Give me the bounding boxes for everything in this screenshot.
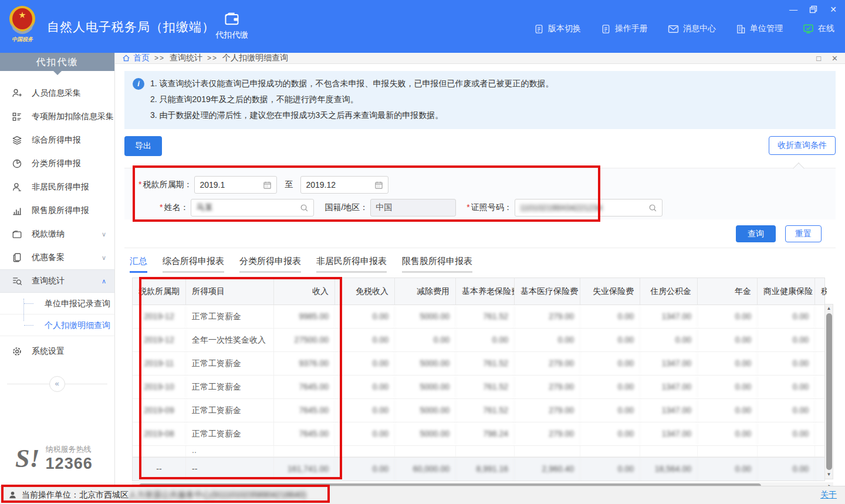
sidebar-item-personnel-info[interactable]: 人员信息采集 xyxy=(0,82,114,105)
sidebar-collapse-button[interactable]: « xyxy=(49,376,65,392)
sidebar-subitem-unit-declaration-query[interactable]: 单位申报记录查询 xyxy=(0,293,114,314)
sidebar-item-special-deduction[interactable]: 专项附加扣除信息采集 xyxy=(0,105,114,128)
sidebar-item-label: 限售股所得申报 xyxy=(32,205,106,216)
sidebar-item-preferential-filing[interactable]: 优惠备案 ∨ xyxy=(0,246,114,269)
user-icon xyxy=(8,491,18,500)
table-row[interactable]: 2019-11正常工资薪金9376.000.005000.00761.52279… xyxy=(133,352,824,376)
tab-daikou-daijiao[interactable]: 代扣代缴 xyxy=(208,11,255,40)
vertical-scrollbar[interactable]: ▲ ▼ xyxy=(825,304,833,479)
name-input[interactable]: 马某 xyxy=(191,199,314,217)
menu-manual[interactable]: 操作手册 xyxy=(601,23,648,34)
tab-daikou-daijiao-label: 代扣代缴 xyxy=(208,30,255,40)
calendar-icon[interactable] xyxy=(263,181,272,190)
tab-summary[interactable]: 汇总 xyxy=(130,256,147,273)
window-restore-button[interactable] xyxy=(807,4,819,15)
sidebar-item-label: 专项附加扣除信息采集 xyxy=(32,111,114,122)
table-row[interactable]: 2019-12全年一次性奖金收入27500.000.000.000.000.00… xyxy=(133,329,824,352)
nationality-label: 国籍/地区： xyxy=(325,202,368,213)
period-to-input[interactable]: 2019.12 xyxy=(300,176,388,194)
table-row[interactable]: ----161,741.000.0060,000.008,991.162,960… xyxy=(133,457,824,481)
chevron-up-icon: ∧ xyxy=(102,278,106,285)
menu-online-status[interactable]: 在线 xyxy=(803,23,834,34)
window-minimize-button[interactable]: — xyxy=(787,4,799,15)
panel-close-button[interactable]: ✕ xyxy=(832,54,838,63)
name-label: 姓名： xyxy=(164,202,188,212)
table-header-row: 税款所属期所得项目收入免税收入减除费用基本养老保险费基本医疗保险费失业保险费住房… xyxy=(133,278,824,305)
panel-maximize-button[interactable]: □ xyxy=(816,54,821,63)
sidebar-subitem-personal-withholding-query[interactable]: 个人扣缴明细查询 xyxy=(0,314,114,336)
window-close-button[interactable]: ✕ xyxy=(827,4,839,15)
divider xyxy=(124,248,836,248)
table-cell: 761.52 xyxy=(456,352,515,375)
collapse-query-button[interactable]: 收折查询条件 xyxy=(769,136,836,155)
header-cell: 税款所属期 xyxy=(133,278,186,305)
about-link[interactable]: 关于 xyxy=(820,490,837,500)
table-row[interactable]: 2019-10正常工资薪金7645.000.005000.00761.52279… xyxy=(133,376,824,399)
table-cell: 761.52 xyxy=(456,376,515,398)
sidebar-item-classified-income[interactable]: 分类所得申报 xyxy=(0,152,114,175)
table-cell: 0.00 xyxy=(580,305,640,328)
data-table: 税款所属期所得项目收入免税收入减除费用基本养老保险费基本医疗保险费失业保险费住房… xyxy=(132,278,825,481)
table-cell: 2019-10 xyxy=(133,376,186,398)
sidebar-item-label: 优惠备案 xyxy=(32,252,102,263)
menu-version-switch[interactable]: 版本切换 xyxy=(534,23,581,34)
table-cell: 5000.00 xyxy=(395,422,456,445)
calendar-icon[interactable] xyxy=(374,181,384,190)
search-icon[interactable] xyxy=(648,204,658,213)
tax-bureau-logo: 中国税务 xyxy=(6,5,39,47)
table-cell: 7645.00 xyxy=(274,422,335,445)
sidebar-item-query-statistics[interactable]: 查询统计 ∧ xyxy=(0,269,114,293)
vertical-scrollbar-thumb[interactable] xyxy=(826,313,832,470)
table-cell: 0.00 xyxy=(335,399,395,422)
header-cell: 商业健康保险 xyxy=(758,278,815,305)
sidebar-item-nonresident-income[interactable]: 非居民所得申报 xyxy=(0,175,114,199)
table-cell: 0.00 xyxy=(335,422,395,445)
menu-unit-management[interactable]: 单位管理 xyxy=(736,23,783,34)
tab-comprehensive-income[interactable]: 综合所得申报表 xyxy=(163,256,224,273)
id-number-input[interactable]: 110102199X04221234 xyxy=(515,199,663,217)
document-icon xyxy=(534,24,544,34)
period-from-value: 2019.1 xyxy=(200,180,225,190)
sidebar-item-label: 税款缴纳 xyxy=(32,229,102,239)
period-from-input[interactable]: 2019.1 xyxy=(194,176,277,194)
menu-message-center[interactable]: 消息中心 xyxy=(668,23,716,34)
table-row[interactable]: 2019-12正常工资薪金9985.000.005000.00761.52279… xyxy=(133,305,824,329)
breadcrumb-separator: >> xyxy=(154,54,165,62)
table-cell: 7645.00 xyxy=(274,399,335,422)
sidebar-item-restricted-stock[interactable]: 限售股所得申报 xyxy=(0,199,114,222)
table-row[interactable]: 2019-08正常工资薪金7645.000.005000.00798.24279… xyxy=(133,422,824,446)
table-cell xyxy=(515,446,580,456)
header-cell: 基本医疗保险费 xyxy=(515,278,580,305)
sidebar-item-system-settings[interactable]: 系统设置 xyxy=(0,340,114,363)
breadcrumb-level3: 个人扣缴明细查询 xyxy=(222,53,288,63)
wallet-icon xyxy=(12,229,22,239)
tab-restricted-stock[interactable]: 限售股所得申报表 xyxy=(402,256,472,273)
table-cell: 279.00 xyxy=(515,305,580,328)
breadcrumb-level2[interactable]: 查询统计 xyxy=(170,53,202,63)
reset-button[interactable]: 重置 xyxy=(785,225,822,242)
table-cell: 5000.00 xyxy=(395,376,456,398)
sidebar-item-tax-payment[interactable]: 税款缴纳 ∨ xyxy=(0,222,114,246)
table-cell: 0.00 xyxy=(335,352,395,375)
table-cell: 0.00 xyxy=(335,458,395,481)
search-icon[interactable] xyxy=(300,204,309,213)
sidebar-item-comprehensive-income[interactable]: 综合所得申报 xyxy=(0,128,114,152)
query-button[interactable]: 查询 xyxy=(736,225,776,242)
table-cell: 0.00 xyxy=(698,399,758,422)
app-titlebar: 中国税务 自然人电子税务局（扣缴端） 代扣代缴 版本切换 操作手册 xyxy=(0,0,845,53)
form-list-icon xyxy=(12,111,22,122)
table-cell xyxy=(133,446,186,456)
scroll-up-icon[interactable]: ▲ xyxy=(827,305,832,313)
table-row[interactable]: .. xyxy=(133,446,824,457)
tab-nonresident-income[interactable]: 非居民所得申报表 xyxy=(316,256,387,273)
table-cell: 0.00 xyxy=(758,305,815,328)
table-row[interactable]: 2019-09正常工资薪金7645.000.005000.00761.52279… xyxy=(133,399,824,422)
breadcrumb-home[interactable]: 首页 xyxy=(122,53,150,63)
scroll-down-icon[interactable]: ▼ xyxy=(827,471,832,479)
export-button[interactable]: 导出 xyxy=(124,136,162,156)
person-icon xyxy=(12,182,22,192)
table-cell: 0.00 xyxy=(395,329,456,351)
table-cell xyxy=(335,446,395,456)
tab-classified-income[interactable]: 分类所得申报表 xyxy=(239,256,301,273)
table-cell xyxy=(640,446,698,456)
